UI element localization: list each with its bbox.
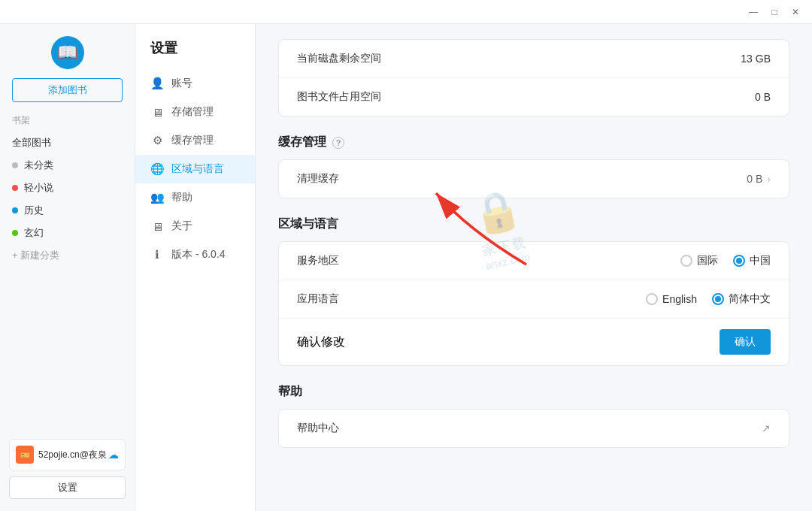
category-label: 历史 [24,204,44,217]
app-body: 📖 添加图书 书架 全部图书 未分类 轻小说 历史 玄幻 + 新建分类 🎫 52… [0,24,812,511]
chevron-right-icon: › [767,173,771,185]
category-dot [12,185,18,191]
category-dot [12,207,18,213]
nav-item-storage[interactable]: 🖥 存储管理 [135,98,255,126]
confirm-button[interactable]: 确认 [720,329,771,355]
nav-item-about[interactable]: 🖥 关于 [135,212,255,240]
nav-item-region[interactable]: 🌐 区域与语言 [135,155,255,183]
language-option-english[interactable]: English [646,293,697,305]
disk-space-value: 13 GB [741,53,771,65]
app-language-label: 应用语言 [297,292,339,306]
cloud-icon[interactable]: ☁ [108,449,119,461]
account-icon: 👤 [150,77,164,90]
nav-label-cache: 缓存管理 [171,134,214,147]
region-section-title: 区域与语言 [278,216,789,232]
app-language-row: 应用语言 English 简体中文 [279,280,789,319]
category-label: 轻小说 [24,181,53,195]
sidebar-item-history[interactable]: 历史 [0,199,135,222]
language-english-label: English [662,293,697,305]
region-china-label: 中国 [750,254,771,268]
nav-label-help: 帮助 [171,191,192,204]
region-title-text: 区域与语言 [278,216,338,232]
region-option-china[interactable]: 中国 [733,254,771,268]
sidebar-bottom: 🎫 52pojie.cn@夜泉 ☁ 设置 [0,439,135,499]
version-icon: ℹ [150,248,164,262]
region-international-label: 国际 [697,254,718,268]
service-region-row: 服务地区 国际 中国 [279,242,789,280]
service-region-radio-group: 国际 中国 [680,254,771,268]
radio-english[interactable] [646,293,658,305]
nav-label-version: 版本 - 6.0.4 [171,248,226,262]
cache-value: 0 B [747,173,762,185]
bookshelf-label: 书架 [0,114,135,132]
confirm-change-label: 确认修改 [297,334,345,350]
language-radio-group: English 简体中文 [646,292,771,306]
titlebar: — □ ✕ [0,0,812,24]
sidebar-item-fantasy[interactable]: 玄幻 [0,222,135,244]
user-name: 52pojie.cn@夜泉 [38,449,108,461]
user-info: 🎫 52pojie.cn@夜泉 ☁ [9,439,126,470]
region-card: 服务地区 国际 中国 应用语言 [278,241,789,366]
nav-item-cache[interactable]: ⚙ 缓存管理 [135,126,255,155]
help-section-title: 帮助 [278,384,789,400]
help-center-label: 帮助中心 [297,422,339,435]
help-title-text: 帮助 [278,384,302,400]
books-space-label: 图书文件占用空间 [297,90,381,104]
storage-card: 当前磁盘剩余空间 13 GB 图书文件占用空间 0 B [278,39,789,116]
storage-row-books: 图书文件占用空间 0 B [279,78,789,116]
add-book-button[interactable]: 添加图书 [12,78,123,102]
about-icon: 🖥 [150,219,164,233]
category-dot [12,162,18,168]
cache-help-icon[interactable]: ? [332,137,344,149]
all-books-label: 全部图书 [12,136,51,150]
books-space-value: 0 B [755,91,771,103]
cache-title-text: 缓存管理 [278,135,326,150]
confirm-row: 确认修改 确认 [279,319,789,365]
close-button[interactable]: ✕ [785,2,806,23]
help-card: 帮助中心 ↗ [278,409,789,448]
service-region-label: 服务地区 [297,254,339,268]
sidebar: 📖 添加图书 书架 全部图书 未分类 轻小说 历史 玄幻 + 新建分类 🎫 52… [0,24,135,511]
settings-button[interactable]: 设置 [9,476,126,499]
nav-item-account[interactable]: 👤 账号 [135,69,255,98]
region-icon: 🌐 [150,162,164,176]
nav-label-region: 区域与语言 [171,162,224,176]
category-label: 未分类 [24,159,53,172]
cache-icon: ⚙ [150,134,164,147]
new-category-button[interactable]: + 新建分类 [0,244,135,267]
main-content: 当前磁盘剩余空间 13 GB 图书文件占用空间 0 B 缓存管理 ? 清理缓存 … [256,24,812,511]
storage-row-disk: 当前磁盘剩余空间 13 GB [279,40,789,78]
cache-row-right: 0 B › [747,173,771,185]
category-dot [12,230,18,236]
cache-section-title: 缓存管理 ? [278,135,789,150]
category-label: 玄幻 [24,226,44,240]
nav-item-help[interactable]: 👥 帮助 [135,183,255,212]
region-option-international[interactable]: 国际 [680,254,718,268]
sidebar-item-uncategorized[interactable]: 未分类 [0,154,135,177]
language-option-chinese[interactable]: 简体中文 [712,292,771,306]
user-avatar: 🎫 [16,446,34,464]
radio-international[interactable] [680,255,692,267]
help-center-row[interactable]: 帮助中心 ↗ [279,410,789,447]
storage-icon: 🖥 [150,105,164,119]
sidebar-item-light-novel[interactable]: 轻小说 [0,177,135,199]
maximize-button[interactable]: □ [764,2,785,23]
nav-label-about: 关于 [171,219,192,233]
nav-item-version: ℹ 版本 - 6.0.4 [135,240,255,269]
radio-chinese[interactable] [712,293,724,305]
minimize-button[interactable]: — [743,2,764,23]
sidebar-logo: 📖 [0,36,135,69]
help-icon: 👥 [150,191,164,204]
settings-nav: 设置 👤 账号 🖥 存储管理 ⚙ 缓存管理 🌐 区域与语言 👥 帮助 🖥 关于 … [135,24,256,511]
cache-clear-label: 清理缓存 [297,172,339,186]
sidebar-item-all-books[interactable]: 全部图书 [0,132,135,154]
disk-space-label: 当前磁盘剩余空间 [297,52,381,65]
nav-label-account: 账号 [171,77,192,90]
settings-title: 设置 [135,39,255,69]
cache-clear-row[interactable]: 清理缓存 0 B › [278,159,789,198]
app-logo: 📖 [51,36,84,69]
radio-china[interactable] [733,255,745,267]
language-chinese-label: 简体中文 [729,292,771,306]
nav-label-storage: 存储管理 [171,105,214,119]
external-link-icon: ↗ [762,422,771,434]
